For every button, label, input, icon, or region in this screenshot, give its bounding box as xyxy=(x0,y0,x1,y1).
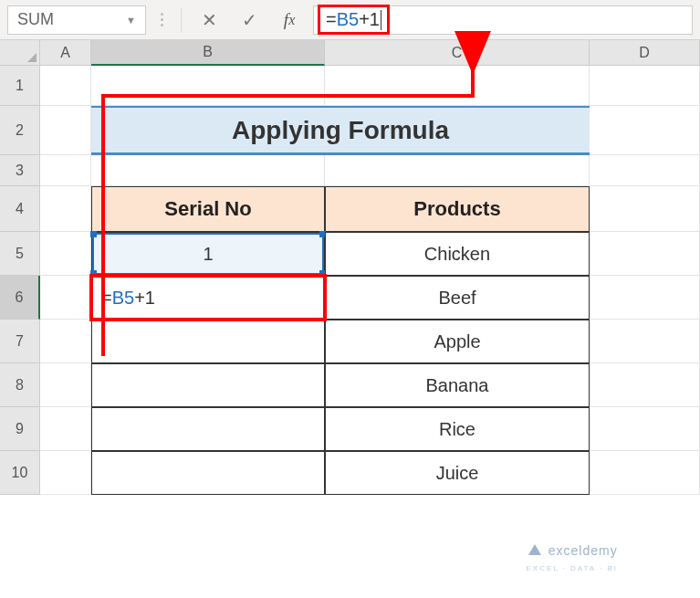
cell-a1[interactable] xyxy=(40,66,91,106)
title-cell[interactable]: Applying Formula xyxy=(91,106,590,155)
spreadsheet-grid: A B C D 1 2 Applying Formula 3 4 Serial … xyxy=(0,40,700,495)
formula-bar: SUM ▼ ✕ ✓ fx =B5+1 xyxy=(0,0,700,40)
cell-b5-value: 1 xyxy=(203,244,213,265)
cell-c1[interactable] xyxy=(325,66,590,106)
watermark: exceldemy EXCEL · DATA · BI xyxy=(526,542,618,572)
cell-b3[interactable] xyxy=(91,155,325,186)
row-header-7[interactable]: 7 xyxy=(0,320,40,363)
row-header-9[interactable]: 9 xyxy=(0,407,40,451)
header-serial-no[interactable]: Serial No xyxy=(91,186,325,232)
cell-c8[interactable]: Banana xyxy=(325,363,590,407)
cell-a3[interactable] xyxy=(40,155,91,186)
row-header-5[interactable]: 5 xyxy=(0,232,40,276)
cell-a5[interactable] xyxy=(40,232,91,276)
text-caret xyxy=(381,10,381,30)
row-header-10[interactable]: 10 xyxy=(0,451,40,495)
cell-a4[interactable] xyxy=(40,186,91,232)
watermark-sub: EXCEL · DATA · BI xyxy=(526,564,618,572)
cell-a10[interactable] xyxy=(40,451,91,495)
cell-c7[interactable]: Apple xyxy=(325,320,590,363)
cell-b10[interactable] xyxy=(91,451,325,495)
cell-d1[interactable] xyxy=(590,66,700,106)
row-header-8[interactable]: 8 xyxy=(0,363,40,407)
edit-mode-indicator xyxy=(323,277,326,319)
col-header-c[interactable]: C xyxy=(325,40,590,66)
row-header-2[interactable]: 2 xyxy=(0,106,40,155)
col-header-b[interactable]: B xyxy=(91,40,325,66)
cell-c10[interactable]: Juice xyxy=(325,451,590,495)
cell-b1[interactable] xyxy=(91,66,325,106)
cell-d3[interactable] xyxy=(590,155,700,186)
name-box[interactable]: SUM ▼ xyxy=(7,5,146,35)
logo-icon xyxy=(527,542,543,559)
svg-marker-1 xyxy=(528,544,541,555)
cell-a2[interactable] xyxy=(40,106,91,155)
row-header-6[interactable]: 6 xyxy=(0,276,40,320)
cell-a8[interactable] xyxy=(40,363,91,407)
cell-b6-editing[interactable]: =B5+1 xyxy=(91,276,325,320)
cell-c6[interactable]: Beef xyxy=(325,276,590,320)
formula-input[interactable]: =B5+1 xyxy=(313,5,693,35)
cell-b8[interactable] xyxy=(91,363,325,407)
cell-b5[interactable]: 1 xyxy=(91,232,325,276)
cell-c5[interactable]: Chicken xyxy=(325,232,590,276)
fx-icon[interactable]: fx xyxy=(273,5,306,35)
separator xyxy=(181,7,182,33)
name-box-value: SUM xyxy=(17,10,54,29)
cell-d2[interactable] xyxy=(590,106,700,155)
cell-b9[interactable] xyxy=(91,407,325,451)
cell-b7[interactable] xyxy=(91,320,325,363)
expand-dots-icon[interactable] xyxy=(153,13,170,26)
formula-highlight-box: =B5+1 xyxy=(318,5,390,36)
chevron-down-icon[interactable]: ▼ xyxy=(126,15,136,26)
cell-d8[interactable] xyxy=(590,363,700,407)
cell-d10[interactable] xyxy=(590,451,700,495)
cell-a7[interactable] xyxy=(40,320,91,363)
col-header-a[interactable]: A xyxy=(40,40,91,66)
cancel-icon[interactable]: ✕ xyxy=(193,5,225,35)
cell-d6[interactable] xyxy=(590,276,700,320)
cell-a9[interactable] xyxy=(40,407,91,451)
row-header-1[interactable]: 1 xyxy=(0,66,40,106)
cell-c3[interactable] xyxy=(325,155,590,186)
cell-d4[interactable] xyxy=(590,186,700,232)
cell-d9[interactable] xyxy=(590,407,700,451)
watermark-text: exceldemy xyxy=(549,543,618,558)
select-all-corner[interactable] xyxy=(0,40,40,66)
enter-icon[interactable]: ✓ xyxy=(233,5,266,35)
cell-c9[interactable]: Rice xyxy=(325,407,590,451)
col-header-d[interactable]: D xyxy=(590,40,700,66)
cell-d5[interactable] xyxy=(590,232,700,276)
cell-d7[interactable] xyxy=(590,320,700,363)
cell-b6-formula: =B5+1 xyxy=(101,288,155,309)
header-products[interactable]: Products xyxy=(325,186,590,232)
row-header-3[interactable]: 3 xyxy=(0,155,40,186)
cell-a6[interactable] xyxy=(40,276,91,320)
row-header-4[interactable]: 4 xyxy=(0,186,40,232)
